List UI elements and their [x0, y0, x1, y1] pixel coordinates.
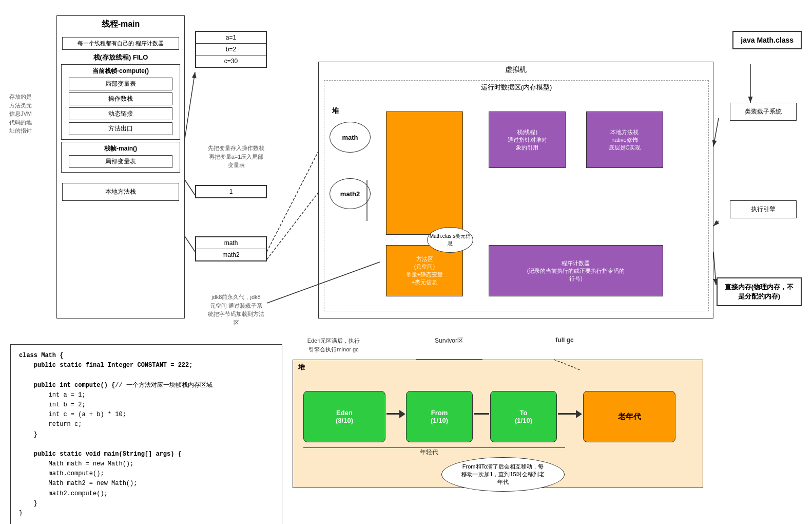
eden-label: Eden(8/10) [336, 409, 353, 424]
eden-box: Eden(8/10) [303, 391, 385, 442]
to-label: To(1/10) [515, 409, 532, 424]
vm-box: 虚拟机 运行时数据区(内存模型) 堆 math math2 栈(线程)通过指针对… [318, 62, 713, 319]
current-frame-label: 当前栈帧-compute() [64, 67, 178, 76]
code-content: class Math { public static final Integer… [19, 351, 274, 518]
heap-orange [386, 111, 463, 235]
java-math-class-label: java Math.class [741, 36, 794, 44]
annotation-middle: 先把变量存入操作数栈再把变量a=1压入局部变量表 [195, 144, 277, 170]
math2-var: math2 [196, 249, 266, 261]
class-loader-box: 类装载子系统 [730, 103, 797, 121]
arrowhead-eden-from [399, 410, 405, 418]
svg-line-4 [267, 193, 318, 259]
local-vars-panel: a=1 b=2 c=30 [195, 31, 267, 68]
stack-label: 栈(存放线程) FILO [57, 53, 184, 62]
from-label: From(1/10) [431, 409, 448, 424]
side-label: 存放的是方法类元信息JVM代码的地址的指针 [9, 92, 53, 135]
full-gc-label: full gc [539, 336, 590, 344]
thread-main-title: 线程-main [57, 16, 184, 35]
from-box: From(1/10) [406, 391, 473, 442]
arrow-to-old [558, 413, 578, 415]
arrowhead-to-old [576, 410, 582, 418]
svg-line-1 [185, 180, 195, 195]
math-var: math [196, 237, 266, 249]
eden-note: Eden元区满后，执行引擎会执行minor gc [293, 336, 375, 353]
native-stack: 本地方法栈 [62, 183, 179, 201]
math2-oval: math2 [330, 178, 371, 209]
svg-line-7 [713, 118, 719, 146]
survivor-area-label: Survivor区 [416, 336, 482, 345]
main-local-var: 局部变量表 [69, 155, 172, 168]
main-frame-label: 栈帧-main() [64, 144, 178, 153]
runtime-data-title: 运行时数据区(内存模型) [324, 81, 708, 94]
var-b: b=2 [196, 43, 266, 55]
operand-val: 1 [196, 185, 266, 198]
math-oval: math [330, 122, 371, 153]
method-area-box: 方法区(元空间)常量+静态变量+类元信息 [386, 245, 463, 296]
class-loader-label: 类装载子系统 [745, 108, 782, 115]
native-method-label: 本地方法栈native修饰底层是C实现 [609, 128, 641, 152]
direct-memory-label: 直接内存(物理内存，不是分配的内存) [725, 283, 794, 300]
old-gen-box: 老年代 [583, 391, 675, 442]
operand-stack-value: 1 [195, 185, 267, 198]
dynamic-link: 动态链接 [69, 107, 172, 120]
runtime-data-box: 运行时数据区(内存模型) 堆 math math2 栈(线程)通过指针对堆对象的… [324, 80, 709, 311]
svg-line-8 [713, 221, 719, 226]
operand-stack: 操作数栈 [69, 92, 172, 105]
arrow-from-to [474, 413, 489, 415]
from-to-note: From和To满了后会相互移动，每移动一次加1，直到15时会移到老年代 [441, 457, 565, 492]
code-box: class Math { public static final Integer… [10, 344, 282, 524]
old-gen-label: 老年代 [618, 412, 641, 422]
survivor-label [396, 447, 565, 448]
var-a: a=1 [196, 31, 266, 44]
stack-thread-box: 栈(线程)通过指针对堆对象的引用 [489, 111, 566, 168]
direct-memory-box: 直接内存(物理内存，不是分配的内存) [717, 277, 802, 306]
annotation-bottom: jdk8前永久代，jdk8元空间 通过装载子系统把字节码加载到方法区 [185, 293, 287, 327]
svg-line-2 [185, 236, 195, 252]
program-counter-label: 每一个线程都有自己的 程序计数器 [62, 37, 179, 50]
exec-engine-label: 执行引擎 [751, 205, 776, 213]
local-var-table-1: 局部变量表 [69, 78, 172, 90]
vm-title: 虚拟机 [319, 62, 713, 78]
heap-label: 堆 [332, 106, 339, 116]
pc-register-box: 程序计数器(记录的当前执行的或正要执行指令码的行号) [489, 245, 663, 296]
heap-bottom-title: 堆 [298, 363, 305, 372]
java-math-class-box: java Math.class [732, 31, 802, 49]
main-canvas: 线程-main 每一个线程都有自己的 程序计数器 栈(存放线程) FILO 当前… [0, 0, 812, 524]
stack-thread-label: 栈(线程)通过指针对堆对象的引用 [508, 128, 547, 152]
to-box: To(1/10) [490, 391, 557, 442]
math-class-meta: Math.clas s类元信息 [427, 227, 473, 253]
local-vars-bottom-panel: math math2 [195, 236, 267, 261]
method-exit: 方法出口 [69, 122, 172, 135]
native-method-box: 本地方法栈native修饰底层是C实现 [586, 111, 663, 168]
thread-main-panel: 线程-main 每一个线程都有自己的 程序计数器 栈(存放线程) FILO 当前… [56, 15, 185, 319]
svg-line-0 [185, 72, 195, 139]
svg-line-10 [713, 252, 716, 285]
method-area-label: 方法区(元空间)常量+静态变量+类元信息 [406, 255, 443, 286]
young-gen-text: 年轻代 [420, 448, 438, 456]
pc-register-label: 程序计数器(记录的当前执行的或正要执行指令码的行号) [527, 259, 625, 283]
young-gen-label: 年轻代 [303, 447, 555, 457]
var-c: c=30 [196, 55, 266, 67]
exec-engine-box: 执行引擎 [730, 200, 797, 218]
